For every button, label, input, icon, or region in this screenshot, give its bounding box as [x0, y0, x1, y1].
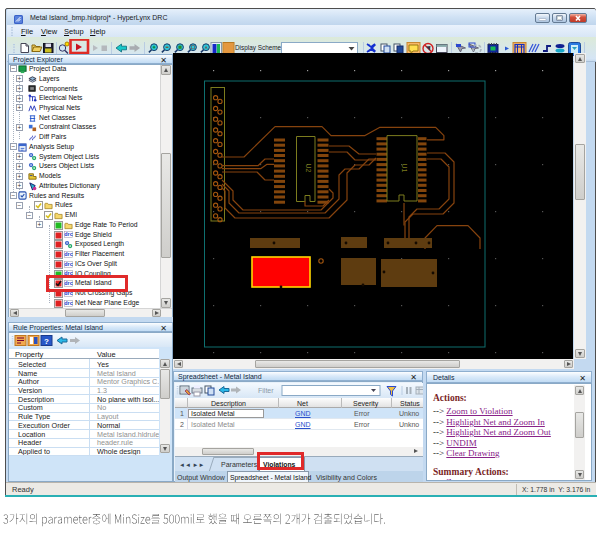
svg-text:U2: U2: [305, 164, 312, 173]
svg-text:?: ?: [44, 337, 49, 346]
svg-text:drc: drc: [64, 300, 72, 306]
svg-text:drc: drc: [64, 232, 72, 238]
svg-text:drc: drc: [64, 251, 72, 257]
svg-text:U1: U1: [401, 164, 408, 173]
svg-text:Display Scheme: Display Scheme: [235, 44, 282, 52]
svg-text:drc: drc: [64, 261, 72, 267]
svg-text:Filter: Filter: [258, 387, 274, 394]
